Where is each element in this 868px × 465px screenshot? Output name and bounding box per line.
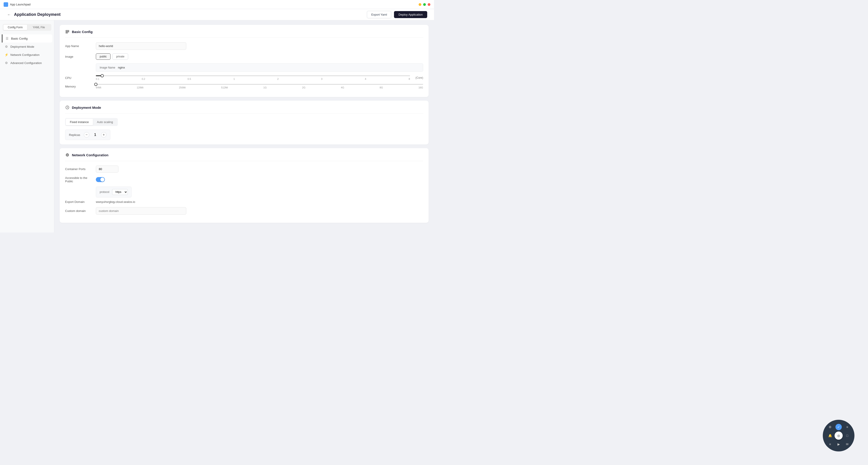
accessible-label: Accessible to the Public (65, 176, 92, 183)
mode-tab-auto[interactable]: Auto scaling (93, 119, 117, 125)
basic-config-title: Basic Config (72, 30, 93, 34)
replicas-row: Replicas − 1 + (65, 129, 110, 140)
svg-rect-0 (66, 30, 69, 31)
sidebar-nav: ☰ Basic Config ⚙ Deployment Mode ⚡ Netwo… (0, 34, 54, 67)
custom-domain-label: Custom domain (65, 209, 92, 212)
cpu-row: CPU 0.1 0.2 0.5 1 2 3 4 8 (65, 75, 423, 80)
header-right: Export Yaml Deploy Application (367, 11, 427, 18)
memory-row: Memory 64Mi 128Mi 256Mi 512Mi 1G 2G 4G (65, 84, 423, 89)
protocol-row: protocol https http grpc (96, 186, 131, 198)
image-name-input[interactable] (118, 66, 199, 69)
memory-mark-1: 128Mi (137, 86, 144, 89)
window-controls (418, 3, 430, 6)
sidebar-item-deployment-mode[interactable]: ⚙ Deployment Mode (2, 42, 52, 51)
export-domain-value: wwsyuhsrgbqy.cloud.sealos.io (96, 200, 135, 204)
protocol-select[interactable]: https http grpc (112, 189, 128, 195)
deployment-mode-card-icon (65, 105, 70, 110)
replicas-plus-button[interactable]: + (101, 132, 106, 138)
header-left: ← Application Deployment (7, 12, 61, 17)
sidebar-item-network-config[interactable]: ⚡ Network Configuration (2, 51, 52, 59)
image-type-private[interactable]: private (112, 53, 128, 60)
basic-config-card-icon (65, 29, 70, 34)
page-title: Application Deployment (14, 12, 61, 17)
cpu-slider-track[interactable] (96, 75, 410, 76)
image-type-group: public private (96, 53, 128, 60)
titlebar-app-name: App Launchpad (10, 3, 31, 6)
maximize-button[interactable] (423, 3, 426, 6)
sidebar-item-label: Deployment Mode (10, 45, 34, 49)
mode-tab-fixed[interactable]: Fixed instance (66, 119, 93, 125)
accessible-row: Accessible to the Public (65, 176, 423, 183)
network-config-title: Network Configuration (72, 153, 108, 157)
titlebar-left: App Launchpad (4, 2, 31, 7)
mode-tab-group: Fixed instance Auto scaling (65, 118, 118, 126)
memory-mark-7: 8G (380, 86, 383, 89)
image-row: Image public private (65, 53, 423, 60)
image-name-label: Image Name (100, 66, 115, 69)
memory-mark-2: 256Mi (179, 86, 186, 89)
memory-slider-track[interactable] (96, 84, 423, 85)
network-config-header: Network Configuration (65, 153, 423, 161)
container-ports-label: Container Ports (65, 167, 92, 171)
deployment-mode-icon: ⚙ (4, 45, 8, 49)
app-name-label: App Name (65, 44, 92, 48)
tab-yaml-file[interactable]: YAML File (27, 25, 51, 30)
deploy-button[interactable]: Deploy Application (394, 11, 427, 18)
cpu-mark-1: 0.2 (142, 78, 145, 80)
basic-config-card: Basic Config App Name Image public priva… (60, 25, 429, 97)
accessible-toggle[interactable] (96, 177, 105, 182)
protocol-label: protocol (100, 191, 110, 194)
container-ports-input[interactable] (96, 166, 119, 173)
network-config-card: Network Configuration Container Ports Ac… (60, 148, 429, 223)
deployment-mode-title: Deployment Mode (72, 106, 101, 110)
cpu-slider-labels: 0.1 0.2 0.5 1 2 3 4 8 (96, 78, 410, 80)
custom-domain-row: Custom domain (65, 207, 423, 215)
sidebar-item-label: Basic Config (11, 37, 28, 40)
export-yaml-button[interactable]: Export Yaml (367, 11, 391, 18)
sidebar-item-advanced-config[interactable]: ⚙ Advanced Configuration (2, 59, 52, 67)
export-domain-row: Export Domain wwsyuhsrgbqy.cloud.sealos.… (65, 200, 423, 204)
close-button[interactable] (428, 3, 430, 6)
main-content: Basic Config App Name Image public priva… (54, 20, 434, 233)
cpu-mark-5: 3 (321, 78, 322, 80)
memory-mark-0: 64Mi (96, 86, 101, 89)
cpu-mark-3: 1 (234, 78, 235, 80)
image-name-row: Image Name (96, 63, 423, 72)
cpu-mark-6: 4 (365, 78, 366, 80)
back-button[interactable]: ← (7, 12, 11, 17)
replicas-control: − 1 + (84, 132, 106, 138)
cpu-mark-0: 0.1 (96, 78, 99, 80)
advanced-config-icon: ⚙ (4, 61, 8, 65)
cpu-mark-2: 0.5 (188, 78, 191, 80)
deployment-mode-header: Deployment Mode (65, 105, 423, 114)
titlebar: App Launchpad (0, 0, 434, 9)
custom-domain-input[interactable] (96, 207, 186, 215)
sidebar-item-label: Network Configuration (10, 53, 39, 57)
replicas-label: Replicas (69, 133, 80, 137)
cpu-unit: (Core) (415, 76, 423, 79)
tab-config-form[interactable]: Config Form (3, 25, 27, 30)
cpu-mark-7: 8 (409, 78, 410, 80)
app-name-input[interactable] (96, 42, 186, 50)
memory-mark-4: 1G (264, 86, 267, 89)
memory-mark-3: 512Mi (221, 86, 228, 89)
sidebar-item-label: Advanced Configuration (10, 61, 42, 65)
app-icon (4, 2, 8, 7)
memory-label: Memory (65, 85, 92, 88)
export-domain-label: Export Domain (65, 200, 92, 204)
cpu-slider-container: 0.1 0.2 0.5 1 2 3 4 8 (96, 75, 410, 80)
cpu-slider-thumb[interactable] (101, 74, 104, 77)
replicas-minus-button[interactable]: − (84, 132, 89, 138)
memory-slider-thumb[interactable] (94, 83, 97, 86)
svg-rect-1 (66, 31, 69, 32)
minimize-button[interactable] (418, 3, 421, 6)
sidebar-item-basic-config[interactable]: ☰ Basic Config (2, 34, 52, 42)
main-header: ← Application Deployment Export Yaml Dep… (0, 9, 434, 20)
basic-config-header: Basic Config (65, 29, 423, 38)
memory-mark-6: 4G (341, 86, 344, 89)
sidebar-tab-group: Config Form YAML File (3, 24, 51, 31)
deployment-mode-card: Deployment Mode Fixed instance Auto scal… (60, 100, 429, 145)
image-type-public[interactable]: public (96, 53, 111, 60)
memory-slider-labels: 64Mi 128Mi 256Mi 512Mi 1G 2G 4G 8G 16G (96, 86, 423, 89)
basic-config-icon: ☰ (5, 37, 9, 40)
